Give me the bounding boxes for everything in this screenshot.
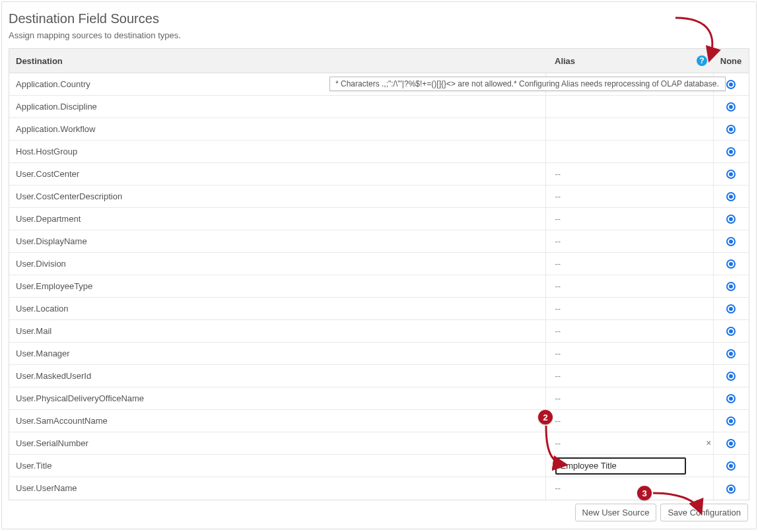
none-radio[interactable] [726, 282, 736, 291]
alias-help-tooltip: * Characters .,;":/\"'|?%$!+=()[]{}<> ar… [329, 77, 726, 91]
none-cell [713, 432, 749, 455]
alias-text: -- [555, 349, 561, 358]
destination-cell: User.CostCenterDescription [9, 185, 545, 208]
alias-cell[interactable]: -- [545, 253, 713, 275]
none-radio[interactable] [726, 349, 736, 358]
none-radio[interactable] [726, 416, 736, 426]
none-radio[interactable] [726, 80, 736, 89]
alias-cell[interactable]: -- [545, 230, 713, 253]
none-radio[interactable] [726, 259, 736, 269]
alias-input[interactable] [555, 457, 686, 475]
alias-text: -- [555, 326, 561, 336]
alias-cell[interactable]: -- [545, 163, 713, 185]
none-radio[interactable] [726, 147, 736, 156]
alias-cell[interactable]: -- [545, 185, 713, 208]
table-row: User.SamAccountName-- [9, 410, 749, 432]
destination-cell: User.CostCenter [9, 163, 545, 185]
alias-cell[interactable] [545, 455, 713, 477]
panel-destination-field-sources: Destination Field Sources Assign mapping… [1, 1, 757, 529]
alias-text: -- [555, 371, 561, 381]
table-row: Application.Workflow [9, 118, 749, 141]
col-header-destination[interactable]: Destination [9, 49, 545, 73]
col-header-alias-help[interactable]: ? [691, 49, 713, 73]
none-cell [713, 253, 749, 275]
new-user-source-button[interactable]: New User Source [575, 504, 657, 521]
none-radio[interactable] [726, 461, 736, 471]
alias-text: -- [555, 214, 561, 224]
table-row: Host.HostGroup [9, 141, 749, 163]
none-radio[interactable] [726, 327, 736, 336]
alias-text: -- [555, 393, 561, 403]
none-radio[interactable] [726, 102, 736, 112]
table-row: User.SerialNumber--× [9, 432, 749, 455]
destination-table: Destination Alias ? None Application.Cou… [9, 48, 749, 500]
destination-cell: User.Division [9, 253, 545, 275]
none-radio[interactable] [726, 439, 736, 448]
none-radio[interactable] [726, 484, 736, 494]
col-header-alias[interactable]: Alias [545, 49, 691, 73]
annotation-badge-2: 2 [538, 410, 553, 424]
table-row: User.MaskedUserId-- [9, 365, 749, 387]
destination-cell: User.EmployeeType [9, 275, 545, 298]
table-row: User.Department-- [9, 208, 749, 230]
alias-cell[interactable] [545, 118, 713, 141]
destination-cell: Application.Discipline [9, 96, 545, 118]
alias-cell[interactable]: -- [545, 365, 713, 387]
table-row: User.PhysicalDeliveryOfficeName-- [9, 387, 749, 410]
none-cell [713, 275, 749, 298]
destination-cell: User.SamAccountName [9, 410, 545, 432]
destination-cell: User.Manager [9, 343, 545, 365]
none-cell [713, 163, 749, 185]
table-row: User.CostCenter-- [9, 163, 749, 185]
destination-cell: User.PhysicalDeliveryOfficeName [9, 387, 545, 410]
table-row: User.Title [9, 455, 749, 477]
alias-cell[interactable]: -- [545, 298, 713, 320]
none-radio[interactable] [726, 237, 736, 246]
table-row: User.DisplayName-- [9, 230, 749, 253]
alias-cell[interactable] [545, 141, 713, 163]
destination-cell: User.SerialNumber [9, 432, 545, 455]
none-cell [713, 298, 749, 320]
none-radio[interactable] [726, 304, 736, 314]
alias-cell[interactable] [545, 96, 713, 118]
none-radio[interactable] [726, 170, 736, 179]
alias-text: -- [555, 169, 561, 179]
none-radio[interactable] [726, 125, 736, 134]
none-radio[interactable] [726, 192, 736, 201]
alias-text: -- [555, 304, 561, 314]
none-cell [713, 96, 749, 118]
none-radio[interactable] [726, 215, 736, 224]
destination-cell: User.UserName [9, 477, 545, 500]
alias-text: -- [555, 438, 561, 448]
alias-text: -- [555, 483, 561, 493]
alias-cell[interactable]: -- [545, 477, 713, 500]
none-cell [713, 455, 749, 477]
alias-cell[interactable]: -- [545, 387, 713, 410]
table-row: User.EmployeeType-- [9, 275, 749, 298]
none-cell [713, 477, 749, 500]
none-radio[interactable] [726, 394, 736, 403]
alias-cell[interactable]: -- [545, 320, 713, 343]
alias-cell[interactable]: -- [545, 208, 713, 230]
help-icon[interactable]: ? [697, 55, 707, 66]
destination-cell: User.DisplayName [9, 230, 545, 253]
alias-cell[interactable]: --× [545, 432, 713, 455]
alias-text: -- [555, 416, 561, 426]
destination-cell: User.Location [9, 298, 545, 320]
alias-cell[interactable]: -- [545, 275, 713, 298]
none-radio[interactable] [726, 372, 736, 381]
col-header-none[interactable]: None [713, 49, 749, 73]
alias-cell[interactable]: -- [545, 410, 713, 432]
none-cell [713, 365, 749, 387]
alias-cell[interactable]: -- [545, 343, 713, 365]
none-cell [713, 208, 749, 230]
none-cell [713, 410, 749, 432]
alias-text: -- [555, 191, 561, 201]
none-cell [713, 141, 749, 163]
none-cell [713, 343, 749, 365]
close-icon[interactable]: × [706, 438, 711, 448]
save-configuration-button[interactable]: Save Configuration [660, 504, 748, 521]
none-cell [713, 387, 749, 410]
destination-cell: Host.HostGroup [9, 141, 545, 163]
destination-cell: User.Mail [9, 320, 545, 343]
